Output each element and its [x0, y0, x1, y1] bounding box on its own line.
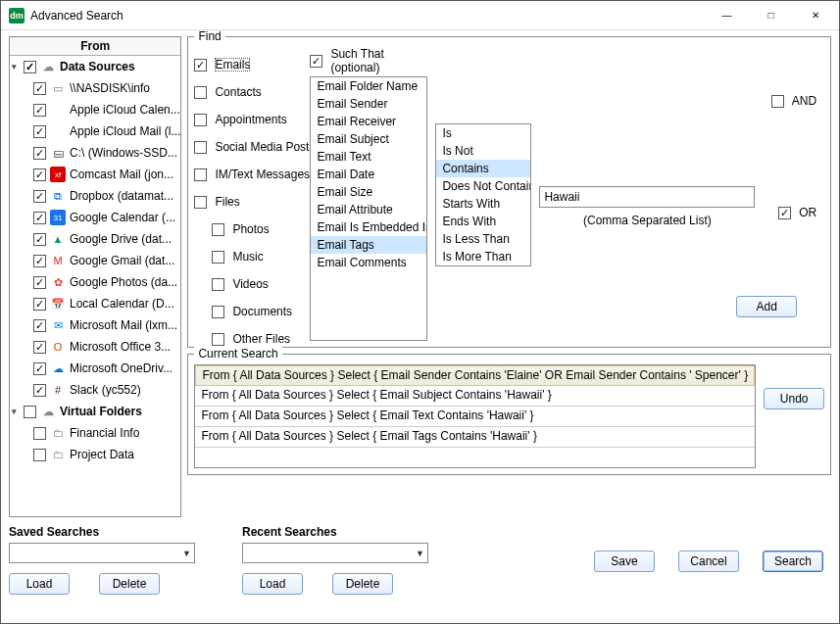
field-option[interactable]: Email Subject	[311, 130, 426, 148]
current-search-row[interactable]: From { All Data Sources } Select { Email…	[195, 386, 755, 407]
field-option[interactable]: Email Text	[311, 148, 426, 166]
tree-checkbox[interactable]	[33, 212, 46, 224]
tree-item[interactable]: 🗀Project Data	[10, 444, 180, 465]
tree-item[interactable]: OMicrosoft Office 3...	[10, 336, 180, 358]
field-option[interactable]: Email Comments	[311, 254, 426, 271]
current-search-row[interactable]: From { All Data Sources } Select { Email…	[195, 427, 755, 448]
tree-checkbox[interactable]	[24, 406, 36, 418]
file-subtype-checkbox[interactable]	[212, 223, 224, 236]
tree-item[interactable]: 🗀Financial Info	[10, 422, 180, 444]
such-that-checkbox[interactable]	[310, 55, 322, 68]
field-option[interactable]: Email Size	[311, 183, 426, 201]
find-type-checkbox[interactable]	[194, 196, 207, 209]
find-type-checkbox[interactable]	[194, 141, 207, 154]
tree-checkbox[interactable]	[33, 276, 46, 289]
find-type-item[interactable]: Appointments	[194, 106, 310, 133]
add-button[interactable]: Add	[736, 296, 797, 317]
tree-item[interactable]: Apple iCloud Mail (l...	[10, 120, 180, 142]
recent-load-button[interactable]: Load	[242, 573, 303, 595]
field-option[interactable]: Email Attribute	[311, 201, 426, 218]
saved-searches-combo[interactable]: ▼	[9, 543, 195, 563]
tree-item[interactable]: xfComcast Mail (jon...	[10, 164, 180, 185]
tree-checkbox[interactable]	[33, 427, 46, 440]
tree-item[interactable]: 🖴C:\ (Windows-SSD...	[10, 142, 180, 164]
tree-checkbox[interactable]	[33, 449, 46, 461]
field-option[interactable]: Email Date	[311, 166, 426, 183]
tree-checkbox[interactable]	[33, 190, 46, 203]
condition-option[interactable]: Is Not	[436, 142, 530, 160]
cancel-button[interactable]: Cancel	[678, 551, 739, 572]
current-search-table[interactable]: From { All Data Sources } Select { Email…	[194, 364, 756, 468]
file-subtype-checkbox[interactable]	[212, 251, 224, 264]
recent-delete-button[interactable]: Delete	[332, 573, 393, 595]
file-subtype-checkbox[interactable]	[212, 333, 224, 346]
tree-checkbox[interactable]	[33, 168, 46, 181]
field-option[interactable]: Email Sender	[311, 95, 426, 113]
tree-item[interactable]: ⧉Dropbox (datamat...	[10, 185, 180, 207]
maximize-button[interactable]: □	[749, 2, 793, 29]
or-checkbox[interactable]	[778, 207, 791, 219]
conditions-listbox[interactable]: IsIs NotContainsDoes Not ContainStarts W…	[435, 123, 531, 266]
tree-checkbox[interactable]	[33, 255, 46, 267]
tree-checkbox[interactable]	[33, 362, 46, 375]
tree-checkbox[interactable]	[24, 61, 36, 73]
tree-item[interactable]: ☁Microsoft OneDriv...	[10, 358, 180, 379]
find-type-item[interactable]: Emails	[194, 51, 310, 78]
find-type-item[interactable]: Social Media Posts	[194, 133, 310, 161]
field-option[interactable]: Email Receiver	[311, 113, 426, 130]
condition-option[interactable]: Does Not Contain	[436, 177, 530, 195]
tree-checkbox[interactable]	[33, 147, 46, 160]
field-option[interactable]: Email Is Embedded In	[311, 218, 426, 236]
file-subtype-item[interactable]: Music	[212, 243, 310, 270]
recent-searches-combo[interactable]: ▼	[242, 543, 428, 563]
file-subtype-checkbox[interactable]	[212, 278, 224, 291]
tree-item[interactable]: ▭\\NASDISK\info	[10, 77, 180, 99]
expander-icon[interactable]: ▾	[12, 62, 24, 72]
fields-listbox[interactable]: Email Folder NameEmail SenderEmail Recei…	[310, 76, 427, 341]
tree-item[interactable]: ▲Google Drive (dat...	[10, 228, 180, 250]
find-type-checkbox[interactable]	[194, 86, 207, 99]
condition-option[interactable]: Is Within The Last	[436, 265, 530, 266]
tree-group[interactable]: ▾☁Data Sources	[10, 56, 180, 77]
field-option[interactable]: Email Tags	[311, 236, 426, 254]
condition-option[interactable]: Starts With	[436, 195, 530, 213]
tree-checkbox[interactable]	[33, 125, 46, 138]
tree-item[interactable]: MGoogle Gmail (dat...	[10, 250, 180, 271]
condition-option[interactable]: Contains	[436, 160, 530, 177]
tree-checkbox[interactable]	[33, 384, 46, 397]
find-type-item[interactable]: Files	[194, 188, 310, 216]
condition-option[interactable]: Is Less Than	[436, 230, 530, 248]
saved-delete-button[interactable]: Delete	[99, 573, 160, 595]
find-type-checkbox[interactable]	[194, 114, 207, 126]
file-subtype-item[interactable]: Documents	[212, 298, 310, 325]
find-type-checkbox[interactable]	[194, 168, 207, 181]
minimize-button[interactable]: —	[705, 2, 749, 29]
saved-load-button[interactable]: Load	[9, 573, 70, 595]
tree-item[interactable]: ✿Google Photos (da...	[10, 271, 180, 293]
current-search-row[interactable]: From { All Data Sources } Select { Email…	[195, 407, 755, 427]
file-subtype-item[interactable]: Videos	[212, 270, 310, 298]
and-checkbox[interactable]	[771, 95, 784, 108]
file-subtype-checkbox[interactable]	[212, 306, 224, 318]
undo-button[interactable]: Undo	[764, 388, 824, 409]
current-search-row[interactable]: From { All Data Sources } Select { Email…	[195, 365, 755, 386]
tree-checkbox[interactable]	[33, 341, 46, 354]
condition-option[interactable]: Is More Than	[436, 248, 530, 265]
tree-checkbox[interactable]	[33, 298, 46, 311]
tree-item[interactable]: ✉Microsoft Mail (lxm...	[10, 314, 180, 336]
tree-item[interactable]: Apple iCloud Calen...	[10, 99, 180, 120]
close-button[interactable]: ✕	[793, 2, 837, 29]
tree-group[interactable]: ▾☁Virtual Folders	[10, 401, 180, 422]
value-input[interactable]	[539, 186, 755, 208]
tree-checkbox[interactable]	[33, 104, 46, 117]
file-subtype-item[interactable]: Photos	[212, 216, 310, 243]
tree-item[interactable]: #Slack (yc552)	[10, 379, 180, 401]
condition-option[interactable]: Ends With	[436, 213, 530, 230]
condition-option[interactable]: Is	[436, 124, 530, 142]
tree-checkbox[interactable]	[33, 82, 46, 95]
tree-checkbox[interactable]	[33, 319, 46, 332]
find-type-item[interactable]: Contacts	[194, 78, 310, 106]
tree-checkbox[interactable]	[33, 233, 46, 246]
find-type-item[interactable]: IM/Text Messages	[194, 161, 310, 188]
save-button[interactable]: Save	[594, 551, 655, 572]
